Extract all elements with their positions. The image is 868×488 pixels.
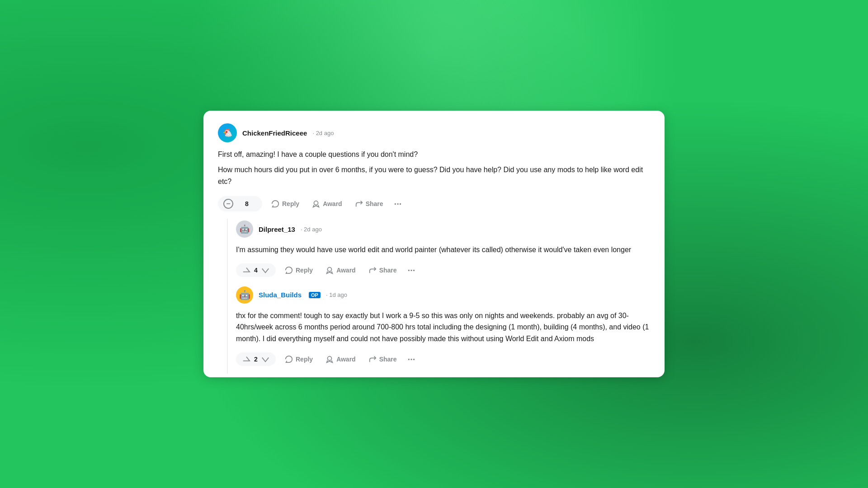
more-button[interactable]: ··· xyxy=(391,197,406,211)
vote-group: 2 xyxy=(236,352,276,366)
vote-collapse-group: − 8 xyxy=(218,196,262,211)
comment-body: First off, amazing! I have a couple ques… xyxy=(218,149,650,187)
vote-count: 8 xyxy=(244,200,250,207)
share-button[interactable]: Share xyxy=(363,352,402,366)
reply-1: 🤖 Dilpreet_13 · 2d ago I'm assuming they… xyxy=(236,219,665,285)
svg-point-0 xyxy=(314,201,318,205)
upvote-button[interactable] xyxy=(241,354,252,364)
timestamp: · 1d ago xyxy=(326,291,347,298)
thread-container: 🤖 Dilpreet_13 · 2d ago I'm assuming they… xyxy=(203,219,665,373)
avatar: 🐔 xyxy=(218,123,237,142)
svg-point-1 xyxy=(328,267,332,271)
username: Sluda_Builds xyxy=(259,291,302,299)
reply-1-header: 🤖 Dilpreet_13 · 2d ago xyxy=(236,221,665,238)
downvote-button[interactable] xyxy=(259,265,271,275)
collapse-button[interactable]: − xyxy=(223,199,233,209)
username: ChickenFriedRiceee xyxy=(242,129,307,137)
share-button[interactable]: Share xyxy=(349,197,389,211)
username: Dilpreet_13 xyxy=(259,225,295,233)
op-badge: OP xyxy=(309,292,321,298)
share-button[interactable]: Share xyxy=(363,263,402,277)
downvote-button[interactable] xyxy=(259,354,271,364)
top-comment: 🐔 ChickenFriedRiceee · 2d ago First off,… xyxy=(203,111,665,219)
timestamp: · 2d ago xyxy=(301,226,322,233)
more-button[interactable]: ··· xyxy=(404,263,419,277)
reply-button[interactable]: Reply xyxy=(279,352,318,366)
reply-button[interactable]: Reply xyxy=(266,197,305,211)
vote-group: 4 xyxy=(236,263,276,277)
award-button[interactable]: Award xyxy=(307,197,348,211)
avatar: 🤖 xyxy=(236,286,253,304)
downvote-button[interactable] xyxy=(253,203,257,205)
vote-count: 4 xyxy=(253,267,259,274)
award-button[interactable]: Award xyxy=(320,263,361,277)
reply-2: 🤖 Sluda_Builds OP · 1d ago thx for the c… xyxy=(236,285,665,374)
upvote-button[interactable] xyxy=(241,265,252,275)
comment-header: 🐔 ChickenFriedRiceee · 2d ago xyxy=(218,123,650,142)
reply-2-header: 🤖 Sluda_Builds OP · 1d ago xyxy=(236,286,665,304)
reply-1-action-bar: 4 Reply Award Share ··· xyxy=(236,261,665,285)
reply-1-body: I'm assuming they would have use world e… xyxy=(236,244,665,256)
reply-button[interactable]: Reply xyxy=(279,263,318,277)
action-bar: − 8 Reply Award Share ··· xyxy=(218,194,650,219)
upvote-button[interactable] xyxy=(237,203,241,205)
reply-2-action-bar: 2 Reply Award Share ··· xyxy=(236,350,665,374)
avatar: 🤖 xyxy=(236,221,253,238)
svg-point-2 xyxy=(328,356,332,360)
award-button[interactable]: Award xyxy=(320,352,361,366)
comment-card: 🐔 ChickenFriedRiceee · 2d ago First off,… xyxy=(203,111,665,377)
more-button[interactable]: ··· xyxy=(404,352,419,366)
timestamp: · 2d ago xyxy=(312,130,334,136)
vote-count: 2 xyxy=(253,356,259,363)
reply-2-body: thx for the comment! tough to say exactl… xyxy=(236,310,665,345)
